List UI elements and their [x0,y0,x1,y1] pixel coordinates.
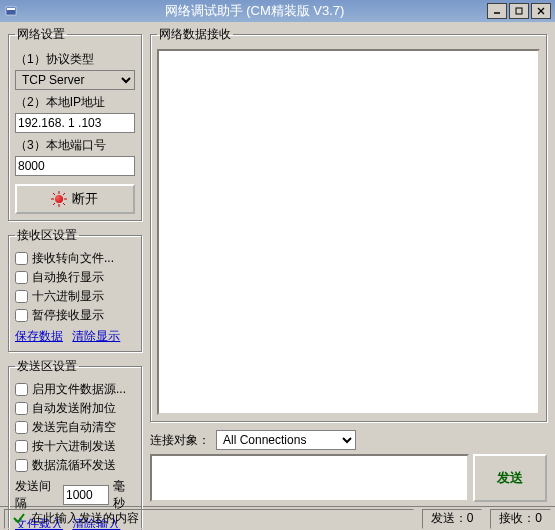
auto-extra-checkbox[interactable] [15,402,28,415]
ready-icon [13,512,27,526]
protocol-select[interactable]: TCP Server [15,70,135,90]
content-area: 网络设置 （1）协议类型 TCP Server （2）本地IP地址 （3）本地端… [0,22,555,506]
pause-recv-checkbox[interactable] [15,309,28,322]
titlebar: 网络调试助手 (CM精装版 V3.7) [0,0,555,22]
auto-wrap-row[interactable]: 自动换行显示 [15,269,135,286]
recv-links: 保存数据 清除显示 [15,328,135,345]
send-row: 发送 [150,454,547,502]
connection-row: 连接对象： All Connections [150,430,547,450]
right-panel: 网络数据接收 连接对象： All Connections 发送 [148,22,555,506]
disconnect-button[interactable]: 断开 [15,184,135,214]
hex-display-checkbox[interactable] [15,290,28,303]
window-title: 网络调试助手 (CM精装版 V3.7) [22,2,487,20]
recv-data-group: 网络数据接收 [150,26,547,422]
auto-clear-row[interactable]: 发送完自动清空 [15,419,135,436]
ip-input[interactable] [15,113,135,133]
svg-line-11 [63,203,65,205]
svg-line-12 [63,193,65,195]
recv-to-file-row[interactable]: 接收转向文件... [15,250,135,267]
send-settings-group: 发送区设置 启用文件数据源... 自动发送附加位 发送完自动清空 按十六进制发送… [8,358,142,530]
send-settings-legend: 发送区设置 [15,358,79,375]
svg-line-13 [53,203,55,205]
protocol-label: （1）协议类型 [15,51,135,68]
left-panel: 网络设置 （1）协议类型 TCP Server （2）本地IP地址 （3）本地端… [0,22,148,506]
svg-rect-3 [516,8,522,14]
ip-label: （2）本地IP地址 [15,94,135,111]
connection-select[interactable]: All Connections [216,430,356,450]
status-recv-count: 接收：0 [490,509,551,529]
close-button[interactable] [531,3,551,19]
connection-label: 连接对象： [150,432,210,449]
disconnect-label: 断开 [72,190,98,208]
statusbar: 在此输入发送的内容 发送：0 接收：0 [0,506,555,530]
loop-send-checkbox[interactable] [15,459,28,472]
save-data-link[interactable]: 保存数据 [15,329,63,343]
status-ready: 在此输入发送的内容 [4,509,414,529]
interval-label: 发送间隔 [15,478,59,512]
window-buttons [487,3,551,19]
loop-send-row[interactable]: 数据流循环发送 [15,457,135,474]
port-input[interactable] [15,156,135,176]
svg-rect-1 [7,8,15,10]
interval-unit: 毫秒 [113,478,135,512]
interval-input[interactable] [63,485,109,505]
minimize-button[interactable] [487,3,507,19]
recv-area: 网络数据接收 [150,26,547,426]
disconnect-icon [52,192,66,206]
file-source-row[interactable]: 启用文件数据源... [15,381,135,398]
hex-send-row[interactable]: 按十六进制发送 [15,438,135,455]
svg-line-10 [53,193,55,195]
app-icon [4,4,18,18]
hex-send-checkbox[interactable] [15,440,28,453]
status-send-count: 发送：0 [422,509,483,529]
auto-clear-checkbox[interactable] [15,421,28,434]
recv-settings-group: 接收区设置 接收转向文件... 自动换行显示 十六进制显示 暂停接收显示 保存数… [8,227,142,352]
hex-display-row[interactable]: 十六进制显示 [15,288,135,305]
auto-extra-row[interactable]: 自动发送附加位 [15,400,135,417]
clear-display-link[interactable]: 清除显示 [72,329,120,343]
port-label: （3）本地端口号 [15,137,135,154]
pause-recv-row[interactable]: 暂停接收显示 [15,307,135,324]
net-settings-legend: 网络设置 [15,26,67,43]
maximize-button[interactable] [509,3,529,19]
file-source-checkbox[interactable] [15,383,28,396]
recv-to-file-checkbox[interactable] [15,252,28,265]
net-settings-group: 网络设置 （1）协议类型 TCP Server （2）本地IP地址 （3）本地端… [8,26,142,221]
send-textbox[interactable] [150,454,469,502]
auto-wrap-checkbox[interactable] [15,271,28,284]
recv-textbox[interactable] [157,49,540,415]
recv-settings-legend: 接收区设置 [15,227,79,244]
send-button[interactable]: 发送 [473,454,547,502]
recv-data-legend: 网络数据接收 [157,26,233,43]
interval-row: 发送间隔 毫秒 [15,478,135,512]
